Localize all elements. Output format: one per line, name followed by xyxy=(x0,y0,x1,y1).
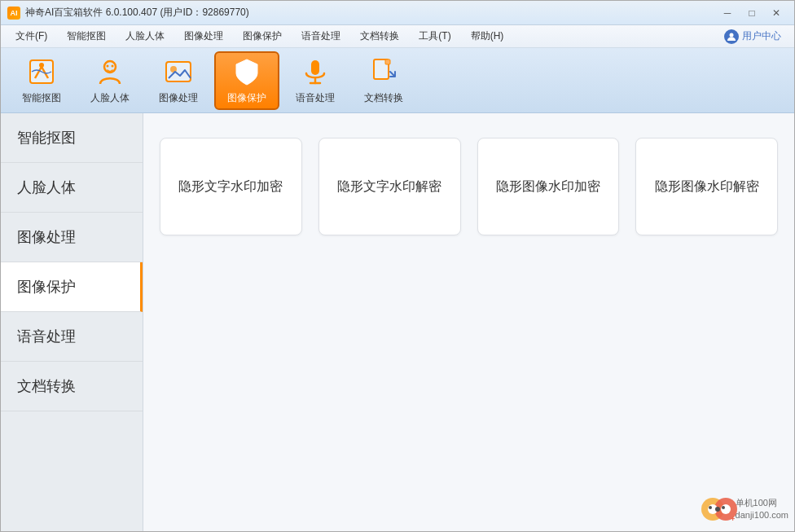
sidebar: 智能抠图 人脸人体 图像处理 图像保护 语音处理 文档转换 xyxy=(1,113,143,532)
image-process-icon xyxy=(162,55,195,88)
smart-cutout-icon xyxy=(25,55,58,88)
svg-point-2 xyxy=(39,63,44,68)
app-icon: AI xyxy=(7,7,20,20)
svg-point-17 xyxy=(709,506,712,509)
user-center-button[interactable]: 用户中心 xyxy=(718,28,788,46)
card-invisible-text-decrypt[interactable]: 隐形文字水印解密 xyxy=(318,138,461,235)
toolbar-image-process-label: 图像处理 xyxy=(159,91,198,105)
menu-file[interactable]: 文件(F) xyxy=(7,28,55,45)
svg-point-5 xyxy=(112,65,114,68)
svg-text:+: + xyxy=(731,515,735,523)
watermark: + 单机100网 danji100.com xyxy=(700,493,788,525)
toolbar-voice-process-label: 语音处理 xyxy=(296,91,335,105)
cards-grid: 隐形文字水印加密 隐形文字水印解密 隐形图像水印加密 隐形图像水印解密 xyxy=(160,138,778,235)
toolbar-image-protect-label: 图像保护 xyxy=(227,91,266,105)
sidebar-item-face-body[interactable]: 人脸人体 xyxy=(1,163,143,213)
toolbar-doc-convert-label: 文档转换 xyxy=(364,91,403,105)
watermark-logo: + xyxy=(700,493,732,525)
content-area: 隐形文字水印加密 隐形文字水印解密 隐形图像水印加密 隐形图像水印解密 xyxy=(143,113,794,532)
menu-image-process[interactable]: 图像处理 xyxy=(176,28,231,45)
card-invisible-image-encrypt[interactable]: 隐形图像水印加密 xyxy=(477,138,620,235)
sidebar-item-smart-cutout[interactable]: 智能抠图 xyxy=(1,113,143,163)
svg-point-19 xyxy=(715,507,720,512)
face-body-icon xyxy=(94,55,126,88)
card-invisible-text-encrypt[interactable]: 隐形文字水印加密 xyxy=(160,138,302,235)
sidebar-item-doc-convert[interactable]: 文档转换 xyxy=(1,362,143,411)
svg-rect-12 xyxy=(385,59,390,64)
toolbar-smart-cutout-label: 智能抠图 xyxy=(22,91,61,105)
svg-point-4 xyxy=(107,65,109,68)
main-layout: 智能抠图 人脸人体 图像处理 图像保护 语音处理 文档转换 隐形文字水印加密 隐… xyxy=(1,113,794,532)
menu-smart-cutout[interactable]: 智能抠图 xyxy=(59,28,114,45)
menu-doc-convert[interactable]: 文档转换 xyxy=(352,28,407,45)
toolbar-smart-cutout[interactable]: 智能抠图 xyxy=(9,51,74,110)
menu-help[interactable]: 帮助(H) xyxy=(463,28,512,45)
menu-bar: 文件(F) 智能抠图 人脸人体 图像处理 图像保护 语音处理 文档转换 工具(T… xyxy=(1,25,794,48)
image-protect-icon xyxy=(231,55,263,88)
svg-rect-8 xyxy=(311,60,319,75)
menu-voice-process[interactable]: 语音处理 xyxy=(293,28,349,45)
card-invisible-image-decrypt[interactable]: 隐形图像水印解密 xyxy=(635,138,778,235)
close-button[interactable]: ✕ xyxy=(765,5,788,21)
toolbar-image-protect[interactable]: 图像保护 xyxy=(214,51,279,110)
menu-image-protect[interactable]: 图像保护 xyxy=(235,28,290,45)
svg-point-18 xyxy=(722,506,725,509)
toolbar-face-body[interactable]: 人脸人体 xyxy=(77,51,143,110)
toolbar-doc-convert[interactable]: 文档转换 xyxy=(351,51,416,110)
voice-process-icon xyxy=(299,55,332,88)
toolbar-face-body-label: 人脸人体 xyxy=(90,91,130,105)
user-center-label: 用户中心 xyxy=(742,29,781,43)
menu-face-body[interactable]: 人脸人体 xyxy=(117,28,173,45)
toolbar: 智能抠图 人脸人体 图像处理 xyxy=(1,48,794,113)
title-bar-controls: ─ □ ✕ xyxy=(716,5,788,21)
svg-point-16 xyxy=(721,504,731,514)
sidebar-item-image-process[interactable]: 图像处理 xyxy=(1,213,143,262)
user-icon xyxy=(724,29,739,44)
sidebar-item-image-protect[interactable]: 图像保护 xyxy=(1,262,143,312)
title-bar-left: AI 神奇AI百宝箱软件 6.0.100.407 (用户ID：92869770) xyxy=(7,6,249,20)
doc-convert-icon xyxy=(367,55,400,88)
toolbar-image-process[interactable]: 图像处理 xyxy=(146,51,211,110)
maximize-button[interactable]: □ xyxy=(740,5,763,21)
svg-point-0 xyxy=(730,33,734,37)
title-bar: AI 神奇AI百宝箱软件 6.0.100.407 (用户ID：92869770)… xyxy=(1,1,794,25)
sidebar-item-voice-process[interactable]: 语音处理 xyxy=(1,312,143,362)
watermark-site-text: 单机100网 danji100.com xyxy=(736,497,788,522)
toolbar-voice-process[interactable]: 语音处理 xyxy=(283,51,348,110)
app-title: 神奇AI百宝箱软件 6.0.100.407 (用户ID：92869770) xyxy=(25,6,249,20)
menu-tools[interactable]: 工具(T) xyxy=(411,28,459,45)
minimize-button[interactable]: ─ xyxy=(716,5,739,21)
